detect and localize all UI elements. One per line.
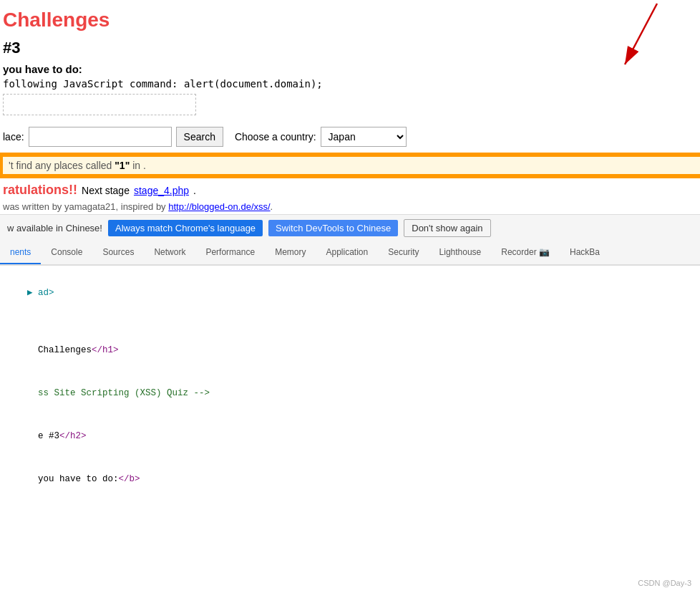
- tab-memory[interactable]: Memory: [265, 241, 316, 264]
- task-heading: you have to do:: [3, 60, 693, 77]
- bottom-label: CSDN @Day-3: [638, 579, 691, 587]
- lang-notification-bar: w available in Chinese! Always match Chr…: [0, 214, 700, 241]
- code-line-5: e #3</h2>: [0, 415, 700, 458]
- code-panel: ▶ ad> Challenges</h1> ss Site Scripting …: [0, 265, 700, 523]
- dont-show-button[interactable]: Don't show again: [404, 219, 490, 237]
- code-text2: Challenges: [38, 345, 92, 355]
- country-select[interactable]: Japan USA China: [321, 127, 407, 147]
- written-by-text: was written by yamagata21, inspired by: [3, 201, 168, 212]
- textarea-placeholder: [3, 94, 196, 115]
- search-bar-area: lace: Search Choose a country: Japan USA…: [3, 121, 693, 153]
- search-button[interactable]: Search: [176, 127, 223, 147]
- tab-recorder[interactable]: Recorder 📷: [491, 241, 560, 264]
- error-text: 't find any places called "1" in .: [9, 160, 146, 171]
- congrats-area: ratulations!! Next stage stage_4.php .: [0, 178, 700, 199]
- task-code: alert(document.domain);: [184, 78, 323, 90]
- challenge-number: #3: [3, 34, 693, 60]
- place-label: lace:: [3, 131, 24, 143]
- code-line-8: the following JavaScript command: ": [0, 515, 700, 523]
- tab-network[interactable]: Network: [144, 241, 195, 264]
- code-text: e #3: [27, 431, 59, 441]
- code-tag: </h2>: [59, 431, 87, 441]
- search-input[interactable]: [29, 127, 172, 147]
- code-close-tag: </h1>: [92, 345, 119, 355]
- written-by-period: .: [271, 201, 273, 212]
- task-desc-text: following JavaScript command:: [3, 78, 184, 90]
- tab-application[interactable]: Application: [316, 241, 378, 264]
- page-title: Challenges: [3, 3, 693, 34]
- written-by-link[interactable]: http://blogged-on.de/xss/: [168, 201, 270, 212]
- code-text: ▶ ad>: [27, 288, 54, 298]
- devtools-tabs: nents Console Sources Network Performanc…: [0, 241, 700, 265]
- code-text: [27, 345, 38, 355]
- code-comment: ss Site Scripting (XSS) Quiz -->: [27, 388, 210, 398]
- code-line-2: [0, 314, 700, 329]
- code-line-4: ss Site Scripting (XSS) Quiz -->: [0, 372, 700, 415]
- tab-hackba[interactable]: HackBa: [560, 241, 610, 264]
- task-description: following JavaScript command: alert(docu…: [3, 77, 693, 91]
- tab-console[interactable]: Console: [41, 241, 92, 264]
- tab-sources[interactable]: Sources: [92, 241, 144, 264]
- written-by-area: was written by yamagata21, inspired by h…: [0, 199, 700, 214]
- next-stage-link[interactable]: stage_4.php: [134, 185, 189, 196]
- tab-lighthouse[interactable]: Lighthouse: [429, 241, 492, 264]
- congrats-text: ratulations!!: [3, 183, 77, 198]
- code-tag: </b>: [119, 474, 140, 484]
- lang-notice-text: w available in Chinese!: [7, 223, 102, 233]
- code-line-1: ▶ ad>: [0, 271, 700, 314]
- next-stage-period: .: [193, 185, 196, 196]
- next-stage-prefix: Next stage: [82, 185, 130, 196]
- error-value: "1": [115, 160, 130, 171]
- code-text: you have to do:: [27, 474, 119, 484]
- country-label: Choose a country:: [235, 131, 316, 143]
- switch-devtools-button[interactable]: Switch DevTools to Chinese: [268, 220, 398, 236]
- code-line-6: you have to do:</b>: [0, 458, 700, 501]
- always-match-button[interactable]: Always match Chrome's language: [108, 220, 263, 236]
- tab-elements[interactable]: nents: [0, 241, 41, 264]
- tab-performance[interactable]: Performance: [195, 241, 265, 264]
- tab-security[interactable]: Security: [378, 241, 429, 264]
- error-message: 't find any places called "1" in .: [0, 157, 700, 174]
- code-line-7: [0, 501, 700, 515]
- code-line-3: Challenges</h1>: [0, 329, 700, 372]
